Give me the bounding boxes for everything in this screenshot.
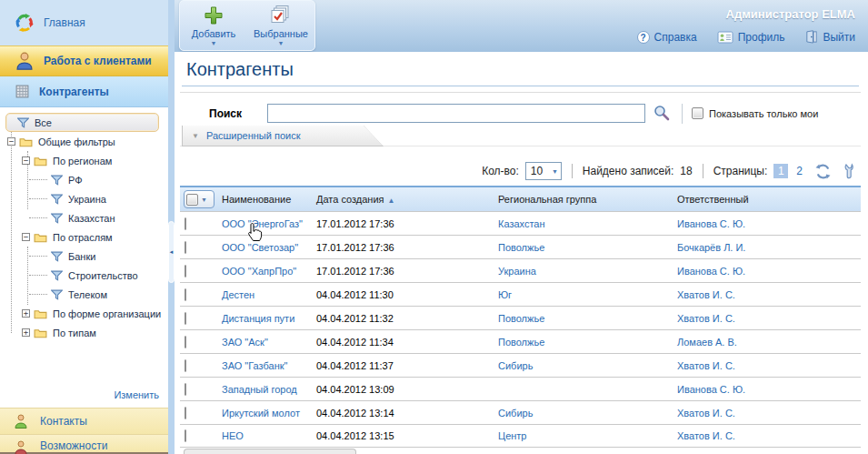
search-input[interactable] bbox=[267, 104, 645, 123]
funnel-icon bbox=[51, 213, 63, 224]
exit-door-icon bbox=[804, 30, 818, 44]
building-icon bbox=[15, 85, 30, 98]
show-only-mine-checkbox[interactable]: Показывать только мои bbox=[692, 107, 818, 119]
minus-toggle-icon[interactable]: − bbox=[22, 156, 30, 165]
column-header-region[interactable]: Региональная группа bbox=[498, 194, 677, 205]
search-block: Поиск Показывать только мои bbox=[180, 92, 861, 126]
sidebar-item-counterparties[interactable]: Контрагенты bbox=[0, 76, 168, 107]
wrench-icon bbox=[843, 163, 857, 179]
sidebar-collapse-handle[interactable]: ◄ bbox=[168, 221, 175, 283]
chevron-down-icon[interactable]: ▼ bbox=[278, 40, 284, 46]
profile-link[interactable]: Профиль bbox=[717, 31, 785, 44]
checkbox[interactable] bbox=[692, 107, 703, 119]
row-checkbox[interactable] bbox=[185, 288, 186, 301]
advanced-search-tab[interactable]: ▼ Расширенный поиск bbox=[182, 126, 384, 146]
tree-item-by-regions[interactable]: − По регионам bbox=[0, 151, 168, 170]
column-header-responsible[interactable]: Ответственный bbox=[677, 194, 861, 205]
search-label: Поиск bbox=[209, 107, 242, 120]
settings-button[interactable] bbox=[843, 163, 857, 179]
row-checkbox[interactable] bbox=[185, 241, 186, 254]
chevron-down-icon: ▼ bbox=[201, 197, 207, 203]
row-checkbox[interactable] bbox=[185, 265, 186, 277]
row-checkbox[interactable] bbox=[185, 383, 186, 396]
person-green-icon bbox=[13, 413, 29, 429]
table-row[interactable]: Западный город 04.04.2012 13:09 Иванова … bbox=[180, 377, 861, 400]
add-button[interactable]: Добавить ▼ bbox=[183, 5, 244, 50]
tree-item-construction[interactable]: Строительство bbox=[0, 266, 168, 285]
select-all-dropdown[interactable]: ▼ bbox=[184, 190, 215, 208]
table-row[interactable]: ООО "ЭнергоГаз" 17.01.2012 17:36 Казахст… bbox=[180, 211, 861, 235]
logout-link[interactable]: Выйти bbox=[804, 30, 855, 44]
funnel-icon bbox=[51, 251, 63, 262]
main-area: Добавить ▼ Выбранные ▼ Администратор ELM… bbox=[175, 0, 868, 454]
page-size-select[interactable]: 10 ▼ bbox=[525, 162, 562, 180]
home-cycle-icon bbox=[15, 13, 35, 33]
tree-item-telecom[interactable]: Телеком bbox=[0, 285, 168, 304]
column-header-date[interactable]: Дата создания▲ bbox=[316, 194, 498, 205]
chevron-down-icon: ▼ bbox=[192, 132, 199, 140]
list-controls: Кол-во: 10 ▼ Найдено записей: 18 Страниц… bbox=[180, 159, 861, 183]
sidebar-item-label: Работа с клиентами bbox=[44, 55, 152, 67]
table-row[interactable]: ЗАО "Газбанк" 04.04.2012 11:37 Сибирь Хв… bbox=[180, 353, 861, 377]
tree-item-rf[interactable]: РФ bbox=[0, 170, 168, 189]
plus-toggle-icon[interactable]: + bbox=[22, 328, 30, 337]
toolbar-panel: Добавить ▼ Выбранные ▼ bbox=[179, 0, 315, 51]
table-row[interactable]: Иркутский молот 04.04.2012 13:14 Сибирь … bbox=[180, 400, 861, 424]
search-button[interactable] bbox=[653, 104, 671, 124]
row-checkbox[interactable] bbox=[185, 429, 186, 442]
chevron-down-icon[interactable]: ▼ bbox=[211, 40, 217, 46]
person-suit-icon bbox=[15, 51, 35, 71]
table-row[interactable]: Дестен 04.04.2012 11:30 Юг Хватов И. С. bbox=[180, 282, 861, 306]
tree-item-all[interactable]: Все bbox=[5, 113, 159, 132]
table-row[interactable]: ЗАО "Аск" 04.04.2012 11:34 Поволжье Лома… bbox=[180, 329, 861, 353]
row-checkbox[interactable] bbox=[185, 359, 186, 372]
row-checkbox[interactable] bbox=[185, 217, 186, 230]
tree-item-kazakhstan[interactable]: Казахстан bbox=[0, 208, 168, 227]
plus-toggle-icon[interactable]: + bbox=[22, 309, 30, 318]
table-header-row: ▼ Наименование Дата создания▲ Региональн… bbox=[180, 187, 861, 211]
chevron-down-icon: ▼ bbox=[552, 168, 558, 175]
table-row[interactable]: ООО "Светозар" 17.01.2012 17:36 Поволжье… bbox=[180, 235, 861, 258]
tree-item-by-industry[interactable]: − По отраслям bbox=[0, 227, 168, 247]
tree-item-by-org-form[interactable]: + По форме организации bbox=[0, 304, 168, 323]
tree-item-banks[interactable]: Банки bbox=[0, 247, 168, 266]
sidebar-item-work-with-clients[interactable]: Работа с клиентами bbox=[0, 45, 168, 76]
table-row[interactable]: Дистанция пути 04.04.2012 11:32 Поволжье… bbox=[180, 306, 861, 329]
sidebar-item-contacts[interactable]: Контакты bbox=[0, 408, 168, 434]
counterparties-table: ▼ Наименование Дата создания▲ Региональн… bbox=[180, 186, 861, 448]
advanced-search-row: ▼ Расширенный поиск bbox=[180, 126, 861, 146]
advanced-search-link[interactable]: Расширенный поиск bbox=[206, 130, 301, 141]
select-all-checkbox[interactable] bbox=[186, 194, 198, 206]
table-row[interactable]: НЕО 04.04.2012 13:15 Центр Хватов И. С. bbox=[180, 424, 861, 448]
minus-toggle-icon[interactable]: − bbox=[7, 137, 15, 146]
sidebar-item-opportunities[interactable]: Возможности bbox=[0, 434, 168, 454]
page-1-current[interactable]: 1 bbox=[773, 164, 788, 178]
elma-crm-window: Главная Работа с клиентами Контрагенты bbox=[0, 0, 868, 454]
help-link[interactable]: ? Справка bbox=[637, 31, 697, 44]
tree-item-by-types[interactable]: + По типам bbox=[0, 323, 168, 342]
edit-filters-link[interactable]: Изменить bbox=[0, 384, 168, 408]
selected-button[interactable]: Выбранные ▼ bbox=[250, 5, 312, 50]
refresh-button[interactable] bbox=[814, 163, 832, 180]
divider bbox=[572, 164, 573, 178]
table-row[interactable]: ООО "ХапрПро" 17.01.2012 17:36 Украина И… bbox=[180, 258, 861, 282]
folder-icon bbox=[19, 136, 33, 147]
person-red-icon bbox=[13, 439, 29, 454]
column-header-name[interactable]: Наименование bbox=[222, 194, 316, 205]
page-2-link[interactable]: 2 bbox=[796, 165, 803, 177]
sidebar-item-home[interactable]: Главная bbox=[0, 0, 168, 45]
row-checkbox[interactable] bbox=[185, 312, 186, 325]
minus-toggle-icon[interactable]: − bbox=[22, 233, 30, 241]
folder-icon bbox=[34, 156, 47, 166]
sidebar-splitter[interactable]: ◄ bbox=[168, 0, 175, 454]
tree-item-ukraine[interactable]: Украина bbox=[0, 189, 168, 208]
refresh-icon bbox=[814, 163, 832, 180]
magnifier-icon bbox=[653, 104, 671, 122]
row-checkbox[interactable] bbox=[185, 407, 186, 419]
found-count: 18 bbox=[680, 165, 692, 177]
row-checkbox[interactable] bbox=[185, 336, 186, 348]
tree-item-common-filters[interactable]: − Общие фильтры bbox=[0, 132, 168, 151]
folder-icon bbox=[34, 328, 47, 338]
filter-tree: Все − Общие фильтры − По регионам РФ Укр… bbox=[0, 107, 168, 408]
funnel-icon bbox=[51, 289, 63, 300]
